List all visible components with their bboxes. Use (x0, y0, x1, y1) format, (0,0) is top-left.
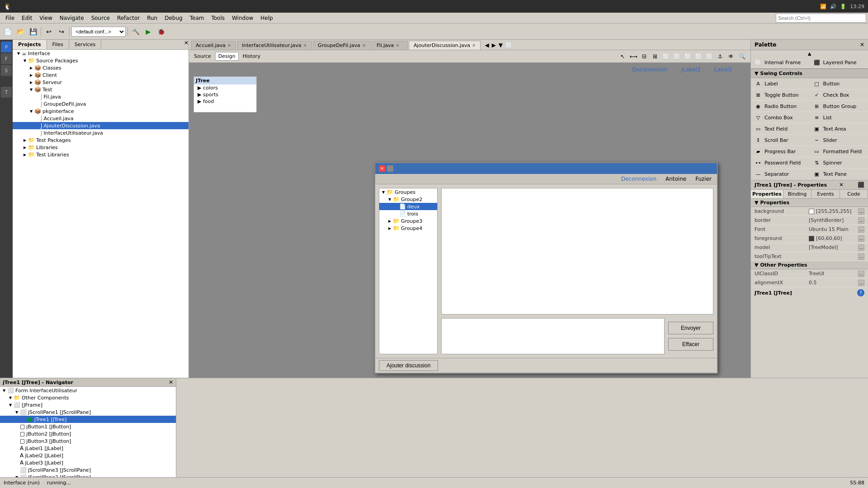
sidebar-icon-services[interactable]: S (1, 65, 12, 76)
tree-item[interactable]: 📁 Test Libraries (13, 151, 189, 158)
menu-refactor[interactable]: Refactor (113, 14, 143, 22)
nav-tree-item[interactable]: A jLabel3 [JLabel] (0, 459, 176, 466)
tab-next-btn[interactable]: ▶ (491, 42, 497, 48)
dialog-deconnexion-link[interactable]: Deconnexion (621, 176, 656, 182)
props-tab-binding[interactable]: Binding (783, 190, 811, 198)
tree-expand-icon[interactable] (387, 226, 393, 230)
dialog-message-input[interactable] (441, 318, 665, 354)
palette-item-progress-bar[interactable]: ▰ Progress Bar (751, 146, 810, 157)
dialog-close-btn[interactable]: ✕ (379, 165, 385, 172)
tree-expand-icon[interactable] (14, 410, 20, 414)
tree-expand-icon[interactable] (22, 138, 28, 142)
back-button[interactable]: ↩ (43, 26, 55, 38)
nav-tree-item[interactable]: ⬜ Form InterfaceUtilisateur (0, 387, 176, 394)
tree-expand-icon[interactable] (7, 403, 14, 407)
tree-item[interactable]: J InterfaceUtilisateur.java (13, 129, 189, 136)
layout-tool[interactable]: ⊟ (639, 52, 649, 61)
menu-debug[interactable]: Debug (161, 14, 186, 22)
align-right[interactable]: ⬜ (683, 52, 693, 61)
palette-item-button[interactable]: □ Button (810, 78, 868, 89)
palette-item-text-field[interactable]: ▭ Text Field (751, 123, 810, 135)
props-edit-btn[interactable]: … (858, 244, 864, 251)
props-edit-btn[interactable]: … (858, 208, 864, 215)
tree-item[interactable]: 📦 Serveur (13, 79, 189, 86)
envoyer-button[interactable]: Envoyer (668, 322, 713, 334)
palette-item-scroll-bar[interactable]: ↕ Scroll Bar (751, 135, 810, 146)
palette-item-radio-button[interactable]: ◉ Radio Button (751, 101, 810, 112)
sidebar-icon-projects[interactable]: P (1, 42, 12, 52)
tree-expand-icon[interactable] (387, 219, 393, 223)
tab-dropdown-btn[interactable]: ▼ (497, 42, 504, 48)
forward-button[interactable]: ↪ (56, 26, 67, 38)
tab-ajouterdiscussion[interactable]: AjouterDiscussion.java ✕ (409, 41, 481, 50)
nav-tree-item[interactable]: □ jButton2 [JButton] (0, 430, 176, 437)
design-tab-btn[interactable]: Design (215, 52, 239, 61)
tree-item[interactable]: 📦 Client (13, 71, 189, 79)
tree-item[interactable]: ☕ Interface (13, 50, 189, 57)
tab-interface[interactable]: InterfaceUtilisateur.java ✕ (237, 41, 312, 50)
tree-item[interactable]: 📦 Test (13, 86, 189, 93)
menu-file[interactable]: File (2, 14, 18, 22)
props-edit-btn[interactable]: … (858, 226, 864, 233)
snap-tool[interactable]: ⊞ (650, 52, 660, 61)
props-close-btn[interactable]: ✕ (839, 182, 844, 188)
palette-item-list[interactable]: ≡ List (810, 112, 868, 123)
palette-item-password-field[interactable]: •• Password Field (751, 157, 810, 169)
config-dropdown[interactable]: <default conf...> (71, 27, 126, 37)
nav-tree-item[interactable]: A jLabel2 [JLabel] (0, 452, 176, 459)
tree-expand-icon[interactable] (28, 109, 34, 113)
tree-expand-icon[interactable] (28, 73, 34, 77)
tab-accueil[interactable]: Accueil.java ✕ (191, 41, 236, 50)
ajouter-discussion-button[interactable]: Ajouter discussion (379, 360, 438, 371)
align-left[interactable]: ⬜ (661, 52, 671, 61)
swing-collapse-icon[interactable]: ▼ (755, 70, 758, 76)
palette-item-slider[interactable]: ─ Slider (810, 135, 868, 146)
tree-item[interactable]: 📦 pkginterface (13, 108, 189, 115)
menu-navigate[interactable]: Navigate (56, 14, 88, 22)
tab-projects[interactable]: Projects (13, 40, 47, 49)
tree-expand-icon[interactable] (22, 152, 28, 157)
build-button[interactable]: 🔨 (130, 26, 142, 38)
tree-item[interactable]: 📁 Libraries (13, 144, 189, 151)
props-tab-events[interactable]: Events (811, 190, 840, 198)
run-button[interactable]: ▶ (142, 26, 154, 38)
new-button[interactable]: 📄 (2, 26, 14, 38)
dialog-tree-item[interactable]: 📁 Groupes (379, 188, 437, 196)
debug-button[interactable]: 🐞 (155, 26, 167, 38)
tab-close-icon[interactable]: ✕ (396, 43, 399, 48)
tree-item[interactable]: 📦 Classes (13, 64, 189, 71)
dialog-upper-area[interactable] (441, 188, 713, 314)
nav-tree-item[interactable]: □ jButton3 [JButton] (0, 437, 176, 445)
design-jtree[interactable]: JTree ▶ colors ▶ sports ▶ food (193, 76, 257, 113)
nav-tree-item[interactable]: ⬜ [JFrame] (0, 401, 176, 408)
nav-tree-item[interactable]: ⬜ jScrollPane3 [JScrollPane] (0, 466, 176, 474)
tree-item[interactable]: J GroupeDeFil.java (13, 100, 189, 108)
tree-expand-icon[interactable] (22, 58, 28, 63)
tree-item[interactable]: J Fil.java (13, 93, 189, 100)
dialog-tree-item[interactable]: 📄 trois (379, 210, 437, 217)
tab-maximize-btn[interactable]: ⬜ (504, 42, 514, 48)
props-tab-properties[interactable]: Properties (751, 190, 783, 198)
tree-item[interactable]: 📁 Source Packages (13, 57, 189, 64)
tab-close-icon[interactable]: ✕ (303, 43, 307, 48)
anchor-tool[interactable]: ⚓ (715, 52, 725, 61)
palette-item-combo-box[interactable]: ▽ Combo Box (751, 112, 810, 123)
tree-expand-icon[interactable] (28, 66, 34, 70)
palette-scroll-up[interactable]: ▲ (751, 50, 868, 57)
nav-tree-item[interactable]: A jLabel1 [JLabel] (0, 445, 176, 452)
tab-services[interactable]: Services (69, 40, 101, 49)
align-bottom[interactable]: ⬜ (704, 52, 714, 61)
menu-edit[interactable]: Edit (18, 14, 36, 22)
palette-item-button-group[interactable]: ⊞ Button Group (810, 101, 868, 112)
dialog-tree-item-selected[interactable]: 📄 deux (379, 203, 437, 210)
props-other-collapse[interactable]: ▼ (755, 262, 758, 268)
sidebar-icon-files[interactable]: F (1, 53, 12, 64)
dialog-tree-item[interactable]: 📁 Groupe2 (379, 196, 437, 203)
menu-team[interactable]: Team (186, 14, 208, 22)
props-edit-btn[interactable]: … (858, 235, 864, 242)
palette-item-separator[interactable]: — Separator (751, 169, 810, 180)
tree-expand-icon[interactable] (387, 197, 393, 202)
nav-tree-item[interactable]: ⬜ jScrollPane1 [JScrollPane] (0, 408, 176, 416)
palette-item-text-area[interactable]: ▣ Text Area (810, 123, 868, 135)
tab-close-icon[interactable]: ✕ (227, 43, 231, 48)
